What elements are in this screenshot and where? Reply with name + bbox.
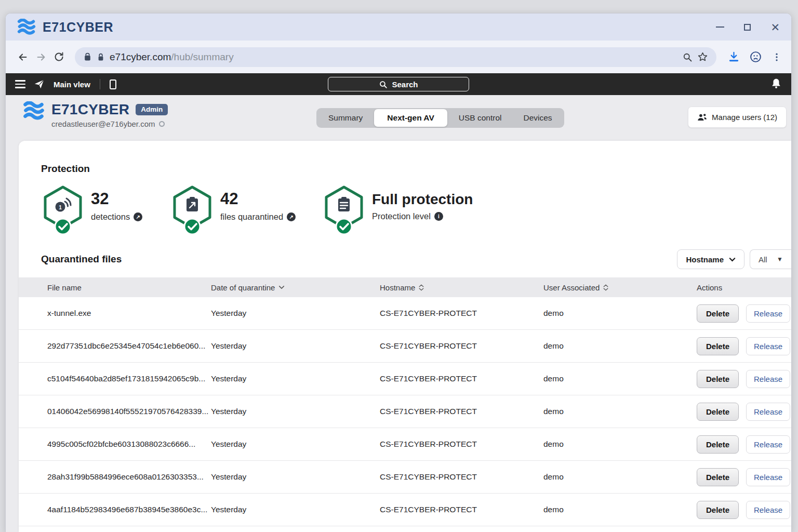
col-user-associated[interactable]: User Associated: [543, 283, 697, 292]
cell-user: demo: [543, 309, 697, 318]
cell-hostname: CS-E71CYBER-PROTECT: [380, 472, 543, 482]
search-icon[interactable]: [682, 52, 693, 62]
release-button[interactable]: Release: [746, 468, 790, 486]
downloads-icon[interactable]: [728, 51, 740, 63]
quarantined-link-icon[interactable]: ↗: [287, 212, 296, 221]
browser-menu-icon[interactable]: [772, 51, 782, 63]
protection-level-hexagon-icon: [324, 185, 364, 236]
delete-button[interactable]: Delete: [697, 337, 739, 355]
tab-next-gen-av[interactable]: Next-gen AV: [374, 109, 447, 127]
quarantine-hexagon-icon: [172, 185, 212, 236]
sort-updown-icon: [603, 284, 608, 291]
url-path: /hub/summary: [171, 51, 233, 62]
app-search-label: Search: [392, 80, 418, 89]
delete-button[interactable]: Delete: [697, 370, 739, 388]
users-icon: [697, 113, 707, 122]
cell-file-name: 4aaf1184b52983496e687b38945e3860e3c...: [19, 505, 211, 514]
release-button[interactable]: Release: [746, 337, 790, 355]
reload-button[interactable]: [51, 48, 66, 66]
cell-hostname: CS-E71CYBER-PROTECT: [380, 407, 543, 416]
app-search-input[interactable]: Search: [328, 77, 469, 91]
quarantined-files-table: File name Date of quarantine Hostname Us: [19, 277, 791, 532]
detections-label: detections ↗: [91, 212, 142, 222]
search-icon: [379, 80, 388, 89]
cell-file-name: x-tunnel.exe: [19, 309, 211, 318]
release-button[interactable]: Release: [746, 304, 790, 323]
col-date[interactable]: Date of quarantine: [211, 283, 380, 292]
address-bar[interactable]: e71cyber.com/hub/summary: [75, 47, 716, 67]
browser-tab[interactable]: E71CYBER: [17, 19, 113, 35]
release-button[interactable]: Release: [746, 435, 790, 454]
maximize-button[interactable]: [744, 24, 751, 31]
window-titlebar: E71CYBER ✕: [6, 14, 791, 41]
table-header: File name Date of quarantine Hostname Us: [19, 277, 791, 297]
table-body: x-tunnel.exe Yesterday CS-E71CYBER-PROTE…: [19, 297, 791, 532]
toolbar-divider: [100, 79, 100, 89]
main-view-label[interactable]: Main vlew: [54, 80, 90, 89]
cell-date: Yesterday: [211, 374, 380, 383]
url-host: e71cyber.com: [110, 51, 171, 62]
tab-usb-control[interactable]: USB control: [448, 108, 513, 128]
cell-date: Yesterday: [211, 440, 380, 449]
bookmark-star-icon[interactable]: [697, 51, 708, 62]
table-row: 28ah31f99b5884996ece608a0126303353... Ye…: [19, 461, 791, 494]
profile-icon[interactable]: [749, 50, 762, 63]
quarantined-files-heading: Quarantined files: [41, 254, 122, 265]
cell-date: Yesterday: [211, 472, 380, 482]
release-button[interactable]: Release: [746, 403, 790, 421]
protection-stats: 1 32 detections ↗: [43, 185, 791, 236]
detections-count: 32: [91, 190, 142, 208]
delete-button[interactable]: Delete: [697, 403, 739, 421]
cell-user: demo: [543, 374, 697, 383]
cell-user: demo: [543, 407, 697, 416]
svg-text:1: 1: [59, 205, 62, 210]
close-button[interactable]: ✕: [770, 22, 780, 33]
detections-hexagon-icon: 1: [43, 185, 83, 236]
quarantined-label: files quarantined ↗: [220, 212, 296, 222]
section-tabs: Summary Next-gen AV USB control Devices: [316, 108, 564, 128]
protection-level-info-icon[interactable]: i: [434, 212, 443, 221]
col-hostname[interactable]: Hostname: [380, 283, 543, 292]
manage-users-button[interactable]: Manage users (12): [688, 107, 787, 128]
cell-hostname: CS-E71CYBER-PROTECT: [380, 505, 543, 514]
delete-button[interactable]: Delete: [697, 435, 739, 454]
tab-devices[interactable]: Devices: [512, 108, 563, 128]
protection-heading: Protection: [41, 163, 791, 175]
page-content: E71CYBER Admin credastleuser@e716yber.co…: [6, 95, 791, 532]
tab-summary[interactable]: Summary: [317, 108, 374, 128]
site-shield-icon: [83, 52, 92, 62]
forward-button[interactable]: [33, 48, 48, 66]
cell-user: demo: [543, 341, 697, 351]
table-row: 58dc3bfd360bb521950c038c199bc9b30... Yes…: [19, 526, 791, 532]
table-row: x-tunnel.exe Yesterday CS-E71CYBER-PROTE…: [19, 297, 791, 330]
table-row: 01406042e56998140f55521970576428339... Y…: [19, 395, 791, 428]
delete-button[interactable]: Delete: [697, 304, 739, 323]
minimize-button[interactable]: [716, 26, 724, 28]
page-header: E71CYBER Admin credastleuser@e716yber.co…: [6, 95, 791, 141]
url-text: e71cyber.com/hub/summary: [110, 51, 234, 63]
cell-date: Yesterday: [211, 407, 380, 416]
browser-toolbar: e71cyber.com/hub/summary: [6, 41, 791, 73]
lock-icon: [97, 52, 105, 62]
hostname-filter-dropdown[interactable]: Hostname: [677, 249, 744, 269]
chevron-down-icon: [729, 257, 736, 262]
brand-logo-waves-icon: [17, 19, 36, 35]
cell-hostname: CS-E71CYBER-PROTECT: [380, 341, 543, 351]
device-icon[interactable]: [110, 79, 116, 89]
cell-date: Yesterday: [211, 505, 380, 514]
cell-file-name: 292d77351dbc6e25345e47054c1eb6e060...: [19, 341, 211, 351]
cell-user: demo: [543, 440, 697, 449]
account-email: credastleuser@e716yber.com: [51, 119, 168, 128]
notifications-button[interactable]: [770, 77, 782, 91]
delete-button[interactable]: Delete: [697, 468, 739, 486]
delete-button[interactable]: Delete: [697, 501, 739, 519]
menu-hamburger-icon[interactable]: [15, 80, 25, 88]
back-button[interactable]: [15, 48, 30, 66]
release-button[interactable]: Release: [746, 501, 790, 519]
cell-file-name: c5104f54640ba2d85ef1731815942065c9b...: [19, 374, 211, 383]
sort-chevron-down-icon: [278, 285, 285, 289]
scope-filter-dropdown[interactable]: All ▼: [750, 249, 791, 269]
detections-link-icon[interactable]: ↗: [134, 212, 142, 221]
release-button[interactable]: Release: [746, 370, 790, 388]
send-plane-icon[interactable]: [34, 78, 45, 90]
